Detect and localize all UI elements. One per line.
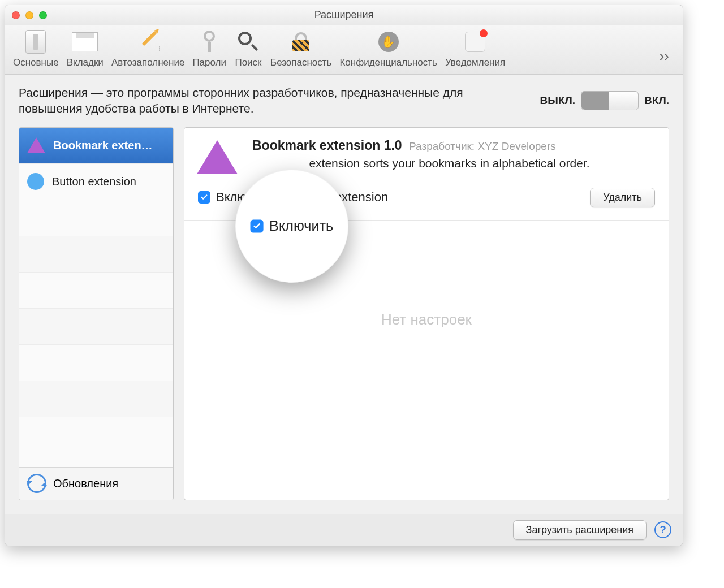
extensions-description: Расширения — это программы сторонних раз…	[19, 85, 530, 117]
sidebar-item-button[interactable]: Button extension	[19, 164, 173, 200]
hand-icon: ✋	[378, 32, 399, 52]
general-icon	[25, 30, 46, 54]
bottom-bar: Загрузить расширения ?	[5, 514, 683, 546]
tabs-icon	[72, 32, 98, 51]
window-title: Расширения	[5, 9, 683, 21]
sidebar-item-label: Button extension	[52, 175, 136, 188]
titlebar: Расширения	[5, 5, 683, 25]
download-extensions-button[interactable]: Загрузить расширения	[513, 520, 647, 540]
toolbar-overflow-button[interactable]: ››	[654, 44, 675, 68]
toolbar-privacy[interactable]: ✋ Конфиденциальность	[339, 29, 437, 68]
toolbar-tabs[interactable]: Вкладки	[67, 29, 104, 68]
toggle-off-label: ВЫКЛ.	[540, 94, 576, 107]
extension-triangle-icon	[27, 137, 45, 153]
toolbar: Основные Вкладки Автозаполнение Пароли П…	[5, 25, 683, 75]
extension-circle-icon	[27, 173, 44, 190]
sidebar-item-label: Bookmark exten…	[53, 139, 153, 152]
help-button[interactable]: ?	[654, 521, 671, 538]
no-settings-label: Нет настроек	[184, 311, 669, 328]
extension-icon	[197, 138, 242, 178]
extension-detail-panel: Bookmark extension 1.0 Разработчик: XYZ …	[184, 127, 669, 500]
toolbar-label: Пароли	[192, 57, 226, 68]
description-bar: Расширения — это программы сторонних раз…	[19, 85, 669, 117]
toolbar-label: Уведомления	[445, 57, 505, 68]
sidebar-footer-label: Обновления	[53, 477, 118, 490]
toggle-on-label: ВКЛ.	[644, 94, 669, 107]
content-area: Расширения — это программы сторонних раз…	[5, 75, 683, 514]
enable-extension-checkbox[interactable]	[198, 191, 210, 204]
enable-extension-label: Включить Bookmark extension	[216, 190, 584, 205]
sidebar-item-bookmark[interactable]: Bookmark exten…	[19, 128, 173, 164]
notification-icon	[465, 32, 485, 52]
master-toggle-wrap: ВЫКЛ. ВКЛ.	[540, 91, 669, 110]
toolbar-autofill[interactable]: Автозаполнение	[111, 29, 185, 68]
toolbar-label: Автозаполнение	[111, 57, 185, 68]
extensions-master-toggle[interactable]	[581, 91, 639, 110]
preferences-window: Расширения Основные Вкладки Автозаполнен…	[5, 5, 683, 546]
check-icon	[200, 193, 208, 201]
extensions-sidebar: Bookmark exten… Button extension Обновле…	[19, 127, 174, 500]
autofill-icon	[136, 31, 161, 53]
toolbar-label: Поиск	[235, 57, 261, 68]
toolbar-label: Основные	[13, 57, 59, 68]
extension-developer: Разработчик: XYZ Developers	[409, 140, 556, 152]
extension-description: Bookmark extension sorts your bookmarks …	[252, 157, 656, 170]
delete-extension-button[interactable]: Удалить	[590, 188, 655, 207]
search-icon	[238, 32, 258, 52]
toolbar-passwords[interactable]: Пароли	[192, 29, 226, 68]
key-icon	[202, 31, 217, 53]
toolbar-security[interactable]: Безопасность	[270, 29, 331, 68]
updates-icon	[27, 474, 46, 493]
sidebar-updates[interactable]: Обновления	[19, 467, 173, 500]
lock-icon	[291, 32, 311, 51]
toolbar-general[interactable]: Основные	[13, 29, 59, 68]
toolbar-notifications[interactable]: Уведомления	[445, 29, 505, 68]
toolbar-label: Безопасность	[270, 57, 331, 68]
toolbar-label: Вкладки	[67, 57, 104, 68]
extension-title: Bookmark extension 1.0	[252, 138, 402, 153]
toolbar-search[interactable]: Поиск	[234, 29, 262, 68]
toolbar-label: Конфиденциальность	[339, 57, 437, 68]
